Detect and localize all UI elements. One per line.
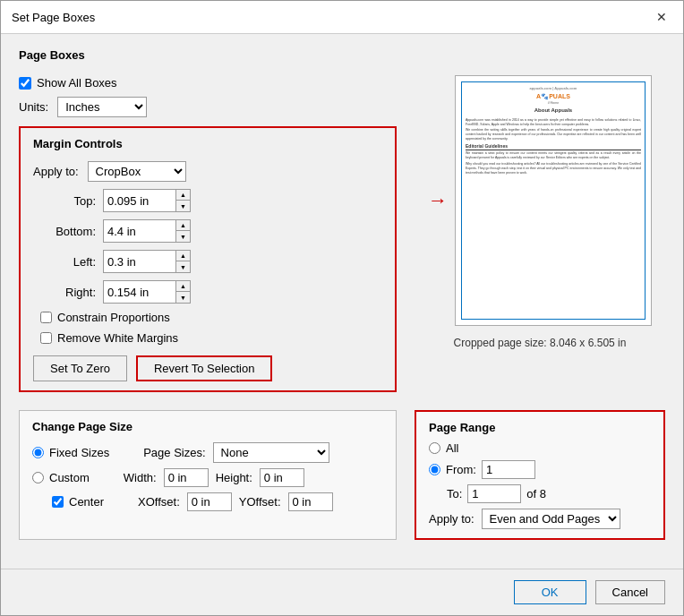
remove-white-row: Remove White Margins [40, 331, 382, 345]
right-row: Right: 0.154 in ▲ ▼ [51, 280, 382, 304]
from-row: From: 1 [429, 460, 651, 479]
to-input[interactable]: 1 [467, 484, 521, 503]
fixed-row-wrapper: Fixed Sizes Page Sizes: None Letter Lega… [32, 442, 383, 463]
apply-to-range-row: Apply to: Even and Odd Pages Even Pages … [429, 509, 651, 529]
preview-section-title: Editorial Guidelines [466, 143, 641, 150]
bottom-input[interactable]: 4.4 in [104, 223, 175, 240]
top-section: Page Boxes Show All Boxes Units: Inches … [19, 48, 665, 392]
bottom-spin-up[interactable]: ▲ [176, 220, 190, 231]
custom-radio[interactable] [32, 472, 44, 483]
dialog-body: Page Boxes Show All Boxes Units: Inches … [1, 34, 683, 569]
show-all-boxes-label[interactable]: Show All Boxes [37, 76, 117, 90]
page-sizes-select[interactable]: None Letter Legal A4 A3 [213, 442, 329, 463]
preview-extra: Why should you read our troubleshooting … [466, 162, 641, 175]
apply-to-range-select[interactable]: Even and Odd Pages Even Pages Odd Pages [482, 509, 620, 529]
preview-container: → appuals.com | Appuals.com A🐾PUALS # Ho… [428, 75, 652, 349]
page-size-options: Fixed Sizes Page Sizes: None Letter Lega… [32, 442, 383, 511]
left-spinner: 0.3 in ▲ ▼ [103, 250, 191, 273]
arrow-icon: → [428, 191, 448, 210]
preview-body1: Appuals.com was established in 2014 as a… [466, 118, 641, 127]
from-label[interactable]: From: [446, 463, 476, 476]
preview-about-title: About Appuals [534, 107, 572, 114]
center-label[interactable]: Center [69, 495, 104, 509]
close-button[interactable]: ✕ [651, 8, 672, 26]
change-page-size-title: Change Page Size [32, 420, 383, 433]
bottom-row: Bottom: 4.4 in ▲ ▼ [51, 219, 382, 243]
width-input[interactable]: 0 in [164, 468, 209, 487]
apply-to-range-label: Apply to: [429, 512, 475, 526]
from-radio[interactable] [429, 464, 440, 475]
of-text: of 8 [526, 487, 546, 500]
revert-selection-button[interactable]: Revert To Selection [136, 355, 273, 381]
left-spin-up[interactable]: ▲ [176, 251, 190, 261]
top-row: Top: 0.095 in ▲ ▼ [51, 189, 382, 212]
wh-row: Width: 0 in Height: 0 in [124, 468, 304, 487]
show-all-boxes-row: Show All Boxes [19, 76, 397, 90]
constrain-checkbox[interactable] [40, 312, 52, 323]
remove-white-label[interactable]: Remove White Margins [57, 331, 178, 345]
ok-button[interactable]: OK [514, 580, 586, 604]
bottom-section: Change Page Size Fixed Sizes Page Sizes:… [19, 410, 665, 540]
left-label: Left: [51, 255, 96, 269]
preview-box: appuals.com | Appuals.com A🐾PUALS # Home… [455, 75, 652, 326]
to-row: To: 1 of 8 [447, 484, 651, 503]
left-spin-down[interactable]: ▼ [176, 261, 190, 272]
remove-white-checkbox[interactable] [40, 332, 52, 344]
top-spin-down[interactable]: ▼ [176, 201, 190, 211]
units-row: Units: Inches Centimeters Millimeters Po… [19, 97, 397, 117]
xoffset-input[interactable]: 0 in [187, 492, 232, 511]
fixed-sizes-label[interactable]: Fixed Sizes [49, 446, 109, 459]
top-spin-buttons: ▲ ▼ [175, 190, 190, 211]
height-input[interactable]: 0 in [260, 468, 304, 487]
xoffset-label: XOffset: [138, 495, 180, 509]
bottom-label: Bottom: [51, 225, 96, 238]
apply-to-select[interactable]: CropBox MediaBox BleedBox TrimBox ArtBox [88, 161, 186, 182]
right-spin-up[interactable]: ▲ [176, 281, 190, 292]
yoffset-input[interactable]: 0 in [288, 492, 333, 511]
fixed-sizes-radio[interactable] [32, 447, 44, 458]
right-spin-down[interactable]: ▼ [176, 292, 190, 303]
constrain-label[interactable]: Constrain Proportions [57, 311, 170, 324]
apply-to-label: Apply to: [33, 165, 79, 178]
fixed-radio-row: Fixed Sizes [32, 446, 109, 459]
right-spinner: 0.154 in ▲ ▼ [103, 280, 191, 304]
custom-label[interactable]: Custom [49, 471, 90, 484]
bottom-spin-buttons: ▲ ▼ [175, 220, 190, 242]
page-range-title: Page Range [429, 421, 651, 434]
all-label[interactable]: All [446, 441, 458, 455]
units-label: Units: [19, 100, 48, 114]
page-boxes-section: Page Boxes Show All Boxes Units: Inches … [19, 48, 397, 117]
left-input[interactable]: 0.3 in [104, 253, 175, 270]
page-range-box: Page Range All From: 1 To: 1 of 8 Apply … [415, 410, 665, 540]
left-row: Left: 0.3 in ▲ ▼ [51, 250, 382, 273]
cancel-button[interactable]: Cancel [595, 580, 665, 604]
center-row-wrapper: Center XOffset: 0 in YOffset: 0 in [32, 492, 383, 511]
custom-radio-row: Custom [32, 471, 90, 484]
preview-header: appuals.com | Appuals.com A🐾PUALS # Home… [466, 86, 641, 116]
preview-inner: appuals.com | Appuals.com A🐾PUALS # Home… [461, 81, 646, 320]
preview-arrow-row: → appuals.com | Appuals.com A🐾PUALS # Ho… [428, 75, 652, 326]
preview-body2: We combine the writing skills together w… [466, 128, 641, 141]
right-input[interactable]: 0.154 in [104, 284, 175, 301]
page-sizes-label: Page Sizes: [143, 446, 205, 459]
show-all-boxes-checkbox[interactable] [19, 77, 31, 90]
left-spin-buttons: ▲ ▼ [175, 251, 190, 272]
change-page-size-section: Change Page Size Fixed Sizes Page Sizes:… [19, 410, 397, 540]
center-checkbox[interactable] [52, 496, 64, 508]
top-input[interactable]: 0.095 in [104, 192, 175, 210]
height-label: Height: [216, 471, 252, 484]
units-select[interactable]: Inches Centimeters Millimeters Points Pi… [57, 97, 147, 117]
width-label: Width: [124, 471, 157, 484]
top-label: Top: [51, 194, 96, 208]
all-radio[interactable] [429, 442, 440, 454]
from-input[interactable]: 1 [482, 460, 535, 479]
set-page-boxes-dialog: Set Page Boxes ✕ Page Boxes Show All Box… [0, 0, 684, 616]
dialog-title: Set Page Boxes [12, 11, 95, 24]
set-to-zero-button[interactable]: Set To Zero [33, 355, 127, 381]
top-spin-up[interactable]: ▲ [176, 190, 190, 201]
bottom-spin-down[interactable]: ▼ [176, 231, 190, 242]
right-label: Right: [51, 286, 96, 299]
right-spin-buttons: ▲ ▼ [175, 281, 190, 303]
margin-buttons-row: Set To Zero Revert To Selection [33, 355, 382, 381]
yoffset-label: YOffset: [239, 495, 281, 509]
